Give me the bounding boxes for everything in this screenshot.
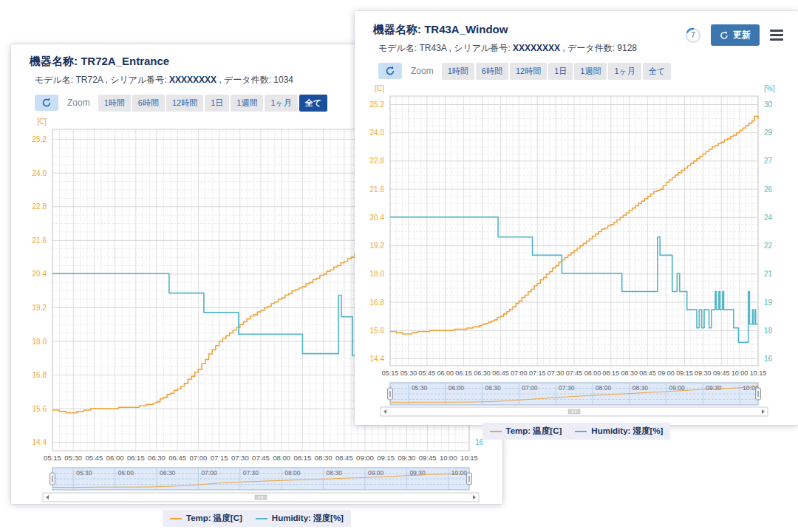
chart-legend: Temp: 温度[C] Humidity: 湿度[%]: [11, 510, 502, 527]
zoom-range-button[interactable]: 1ヶ月: [608, 63, 641, 80]
zoom-range-button[interactable]: 1日: [205, 95, 229, 112]
chart-area: [C]25.224.022.821.620.419.218.016.815.61…: [355, 80, 798, 420]
serial-value: XXXXXXXX: [513, 43, 560, 53]
meta-separator: ,: [560, 43, 567, 53]
svg-text:19.2: 19.2: [370, 242, 385, 250]
svg-text:08:00: 08:00: [584, 369, 601, 377]
zoom-range-button[interactable]: 全て: [299, 95, 327, 112]
y-axis-left-labels: [C]25.224.022.821.620.419.218.016.815.61…: [370, 84, 385, 363]
navigator-left-handle[interactable]: [388, 388, 393, 400]
svg-text:06:30: 06:30: [485, 384, 502, 392]
svg-text:19.2: 19.2: [33, 304, 47, 312]
countdown-value: 7: [684, 27, 702, 44]
svg-text:29: 29: [764, 129, 773, 137]
svg-text:06:45: 06:45: [492, 369, 509, 377]
svg-text:08:45: 08:45: [639, 369, 656, 377]
svg-text:06:45: 06:45: [168, 454, 186, 462]
scrollbar[interactable]: [43, 493, 479, 502]
device-title-label: 機器名称:: [30, 55, 78, 67]
svg-text:07:45: 07:45: [252, 454, 270, 462]
svg-text:08:30: 08:30: [621, 369, 638, 377]
svg-text:14.4: 14.4: [370, 355, 385, 363]
legend-item-temp[interactable]: Temp: 温度[C]: [490, 426, 562, 437]
zoom-range-button[interactable]: 6時間: [132, 95, 165, 112]
scrollbar-thumb[interactable]: [568, 409, 580, 414]
svg-text:05:45: 05:45: [419, 369, 436, 377]
svg-text:08:00: 08:00: [273, 454, 290, 462]
device-name: TR72A_Entrance: [81, 55, 169, 67]
zoom-range-buttons: 1時間6時間12時間1日1週間1ヶ月全て: [441, 63, 672, 80]
svg-text:18.0: 18.0: [370, 270, 385, 278]
legend-humidity-label: Humidity: 湿度[%]: [591, 426, 663, 437]
svg-text:16: 16: [764, 355, 773, 363]
chart-legend: Temp: 温度[C] Humidity: 湿度[%]: [355, 423, 798, 440]
svg-text:08:45: 08:45: [335, 454, 353, 462]
grid: [390, 96, 758, 366]
svg-text:07:45: 07:45: [566, 369, 583, 377]
svg-text:06:30: 06:30: [474, 369, 491, 377]
svg-text:22.8: 22.8: [370, 157, 385, 165]
svg-text:20.4: 20.4: [33, 270, 47, 278]
svg-text:07:30: 07:30: [243, 469, 259, 477]
svg-text:07:00: 07:00: [201, 469, 217, 477]
zoom-toolbar: Zoom 1時間6時間12時間1日1週間1ヶ月全て: [355, 55, 798, 80]
temp-line-swatch: [170, 518, 182, 519]
zoom-range-button[interactable]: 12時間: [166, 95, 203, 112]
reset-zoom-icon: [41, 98, 52, 108]
zoom-range-button[interactable]: 1時間: [442, 63, 474, 80]
legend-humidity-label: Humidity: 湿度[%]: [272, 513, 344, 524]
svg-text:06:30: 06:30: [148, 454, 166, 462]
hamburger-menu-icon[interactable]: [768, 26, 785, 45]
navigator-right-handle[interactable]: [756, 388, 761, 400]
scrollbar-thumb[interactable]: [255, 495, 267, 499]
reset-zoom-icon: [385, 66, 395, 76]
zoom-range-button[interactable]: 全て: [643, 63, 671, 80]
svg-text:10:00: 10:00: [732, 369, 748, 377]
chart-window[interactable]: [C]25.224.022.821.620.419.218.016.815.61…: [359, 81, 791, 417]
navigator[interactable]: 05:3006:0006:3007:0007:3008:0008:3009:00…: [388, 383, 761, 405]
svg-text:07:30: 07:30: [231, 454, 249, 462]
svg-text:07:30: 07:30: [548, 369, 565, 377]
svg-text:09:30: 09:30: [706, 384, 722, 392]
zoom-range-button[interactable]: 1時間: [98, 95, 131, 112]
legend-item-humidity[interactable]: Humidity: 湿度[%]: [256, 513, 344, 524]
svg-text:05:30: 05:30: [400, 369, 417, 377]
svg-text:14.4: 14.4: [33, 438, 47, 446]
svg-text:07:00: 07:00: [522, 384, 538, 392]
zoom-range-button[interactable]: 1日: [548, 63, 573, 80]
svg-text:08:15: 08:15: [294, 454, 312, 462]
svg-text:25.2: 25.2: [33, 135, 47, 143]
scrollbar[interactable]: [381, 407, 768, 416]
legend-item-temp[interactable]: Temp: 温度[C]: [170, 513, 242, 524]
serial-value: XXXXXXXX: [169, 75, 216, 85]
zoom-range-button[interactable]: 1ヶ月: [265, 95, 297, 112]
update-button[interactable]: 更新: [711, 24, 760, 46]
svg-text:19: 19: [764, 299, 773, 307]
legend-item-humidity[interactable]: Humidity: 湿度[%]: [575, 426, 663, 437]
navigator-right-handle[interactable]: [467, 473, 472, 485]
zoom-range-button[interactable]: 6時間: [476, 63, 508, 80]
device-name: TR43A_Window: [424, 23, 508, 35]
zoom-range-button[interactable]: 1週間: [574, 63, 607, 80]
reset-zoom-button[interactable]: [378, 63, 402, 79]
svg-text:[C]: [C]: [375, 84, 384, 92]
device-panel-window: 7 更新 機器名称: TR43A_Window モデル名: TR43A , シリ…: [355, 11, 798, 425]
svg-text:09:00: 09:00: [368, 469, 384, 477]
reset-zoom-button[interactable]: [35, 95, 58, 111]
svg-text:08:30: 08:30: [327, 469, 343, 477]
navigator-left-handle[interactable]: [50, 473, 55, 485]
svg-text:09:30: 09:30: [695, 369, 712, 377]
zoom-label: Zoom: [67, 98, 90, 108]
zoom-range-buttons: 1時間6時間12時間1日1週間1ヶ月全て: [98, 95, 328, 112]
svg-text:09:15: 09:15: [377, 454, 395, 462]
navigator[interactable]: 05:3006:0006:3007:0007:3008:0008:3009:00…: [50, 468, 472, 490]
zoom-range-button[interactable]: 12時間: [510, 63, 547, 80]
model-name: モデル名: TR72A: [35, 75, 103, 85]
svg-text:[C]: [C]: [37, 117, 47, 126]
legend-temp-label: Temp: 温度[C]: [506, 426, 562, 437]
svg-text:10:15: 10:15: [750, 369, 767, 377]
svg-text:09:00: 09:00: [356, 454, 374, 462]
svg-text:15.6: 15.6: [33, 405, 47, 413]
zoom-range-button[interactable]: 1週間: [231, 95, 263, 112]
svg-text:21.6: 21.6: [33, 236, 47, 245]
